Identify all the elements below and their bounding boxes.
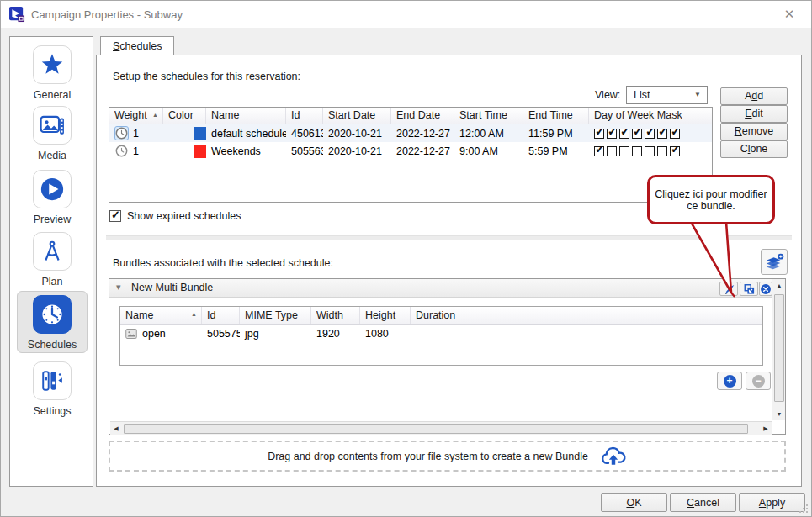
- cell-name: open: [142, 328, 166, 340]
- day-checkbox-checked: ✓: [670, 146, 680, 156]
- cell-id: 450613: [286, 128, 323, 140]
- table-row[interactable]: 1 default schedule 450613 2020-10-21 202…: [109, 124, 712, 142]
- bundle-header[interactable]: ▾ New Multi Bundle: [109, 279, 772, 298]
- scrollbar-thumb[interactable]: [124, 424, 748, 434]
- cell-start-time: 9:00 AM: [454, 145, 523, 157]
- scrollbar-thumb[interactable]: [774, 294, 784, 402]
- sidebar-item-media[interactable]: Media: [17, 103, 88, 161]
- column-header-end-time[interactable]: End Time: [523, 108, 589, 124]
- scroll-right-icon[interactable]: ▶: [760, 422, 772, 435]
- color-swatch: [194, 127, 206, 140]
- day-checkbox-unchecked: [645, 146, 655, 156]
- column-header-height[interactable]: Height: [360, 307, 411, 324]
- cell-dow-mask: ✓✓: [589, 146, 712, 156]
- sidebar-label: General: [34, 89, 71, 101]
- day-checkbox-unchecked: [619, 146, 629, 156]
- sidebar-item-schedules[interactable]: Schedules: [17, 291, 88, 353]
- collapse-icon: ▾: [116, 282, 121, 293]
- add-content-button[interactable]: +: [717, 372, 742, 390]
- title-bar: Campaign Properties - Subway ✕: [1, 1, 811, 28]
- column-header-width[interactable]: Width: [311, 307, 360, 324]
- dropzone[interactable]: Drag and drop contents from your file sy…: [109, 441, 786, 472]
- callout: Cliquez ici pour modifier ce bundle.: [647, 175, 775, 224]
- tab-schedules[interactable]: Schedules: [100, 36, 174, 55]
- cell-dow-mask: ✓✓✓✓✓✓✓: [589, 129, 712, 139]
- horizontal-scrollbar[interactable]: ◀ ▶: [110, 421, 772, 435]
- close-icon[interactable]: ✕: [779, 5, 799, 24]
- cell-end-date: 2022-12-27: [391, 145, 454, 157]
- delete-bundle-button[interactable]: [759, 282, 772, 296]
- media-icon: [33, 106, 72, 145]
- cell-end-date: 2022-12-27: [391, 128, 454, 140]
- column-header-weight[interactable]: Weight▲: [109, 108, 163, 124]
- apply-button[interactable]: Apply: [739, 493, 805, 512]
- sidebar-item-settings[interactable]: Settings: [17, 358, 88, 417]
- cell-weight: 1: [133, 145, 139, 157]
- cell-name: default schedule: [206, 128, 286, 140]
- compass-icon: [33, 232, 72, 271]
- vertical-scrollbar[interactable]: ▲ ▼: [772, 279, 785, 420]
- day-checkbox-unchecked: [632, 146, 642, 156]
- cell-start-date: 2020-10-21: [323, 145, 391, 157]
- edit-bundle-button[interactable]: [719, 282, 738, 296]
- column-header-start-date[interactable]: Start Date: [323, 108, 391, 124]
- scroll-left-icon[interactable]: ◀: [110, 422, 122, 435]
- remove-content-button[interactable]: −: [746, 372, 771, 390]
- schedule-clock-icon: [114, 144, 129, 158]
- clone-button[interactable]: Clone: [720, 140, 788, 158]
- column-header-duration[interactable]: Duration: [411, 307, 762, 324]
- scroll-down-icon[interactable]: ▼: [772, 408, 786, 420]
- callout-text-line1: Cliquez ici pour modifier: [655, 188, 767, 200]
- day-checkbox-checked: ✓: [594, 129, 604, 139]
- sidebar-label: Schedules: [28, 339, 77, 351]
- cell-id: 505563: [286, 145, 323, 157]
- sidebar-item-plan[interactable]: Plan: [17, 229, 88, 288]
- table-row[interactable]: 1 Weekends 505563 2020-10-21 2022-12-27 …: [109, 142, 712, 160]
- column-header-name[interactable]: Name▲: [120, 307, 202, 324]
- table-row[interactable]: open 505575 jpg 1920 1080: [120, 325, 762, 342]
- cell-end-time: 11:59 PM: [523, 128, 589, 140]
- duplicate-bundle-button[interactable]: [740, 282, 758, 296]
- edit-button[interactable]: Edit: [720, 105, 788, 123]
- bundle-container: ▾ New Multi Bundle: [109, 278, 786, 435]
- ok-button[interactable]: OK: [601, 493, 667, 512]
- sidebar-item-general[interactable]: General: [17, 42, 88, 101]
- app-logo-icon: [9, 7, 25, 23]
- remove-button[interactable]: Remove: [720, 123, 788, 140]
- add-bundle-button[interactable]: [761, 249, 788, 275]
- column-header-id[interactable]: Id: [286, 108, 323, 124]
- check-icon: ✓: [111, 208, 120, 221]
- view-dropdown[interactable]: List ▼: [626, 86, 708, 104]
- cell-start-date: 2020-10-21: [323, 128, 391, 140]
- resize-grip[interactable]: [799, 504, 809, 514]
- minus-icon: −: [752, 375, 765, 388]
- show-expired-checkbox[interactable]: ✓: [109, 210, 121, 222]
- cell-height: 1080: [360, 328, 411, 340]
- column-header-end-date[interactable]: End Date: [391, 108, 454, 124]
- layers-plus-icon: [764, 253, 784, 272]
- copy-icon: [743, 283, 756, 295]
- sort-asc-icon: ▲: [191, 311, 197, 317]
- day-checkbox-unchecked: [657, 146, 667, 156]
- view-label: View:: [595, 89, 620, 101]
- sidebar: General Media Preview: [9, 36, 93, 487]
- column-header-dow-mask[interactable]: Day of Week Mask: [589, 108, 712, 124]
- column-header-id[interactable]: Id: [202, 307, 240, 324]
- delete-icon: [760, 283, 772, 295]
- day-checkbox-checked: ✓: [594, 146, 604, 156]
- sidebar-item-preview[interactable]: Preview: [17, 166, 88, 225]
- day-checkbox-checked: ✓: [645, 129, 655, 139]
- scroll-up-icon[interactable]: ▲: [772, 279, 786, 292]
- day-checkbox-unchecked: [607, 146, 617, 156]
- column-header-name[interactable]: Name: [206, 108, 286, 124]
- column-header-color[interactable]: Color: [163, 108, 206, 124]
- column-header-mime-type[interactable]: MIME Type: [240, 307, 311, 324]
- setup-schedules-label: Setup the schedules for this reservation…: [113, 71, 300, 82]
- schedule-clock-icon: [114, 126, 129, 140]
- cancel-button[interactable]: Cancel: [670, 493, 736, 512]
- sidebar-label: Preview: [34, 214, 71, 225]
- add-button[interactable]: Add: [720, 87, 788, 105]
- bundle-title: New Multi Bundle: [131, 282, 213, 293]
- column-header-start-time[interactable]: Start Time: [454, 108, 523, 124]
- sort-asc-icon: ▲: [152, 112, 158, 118]
